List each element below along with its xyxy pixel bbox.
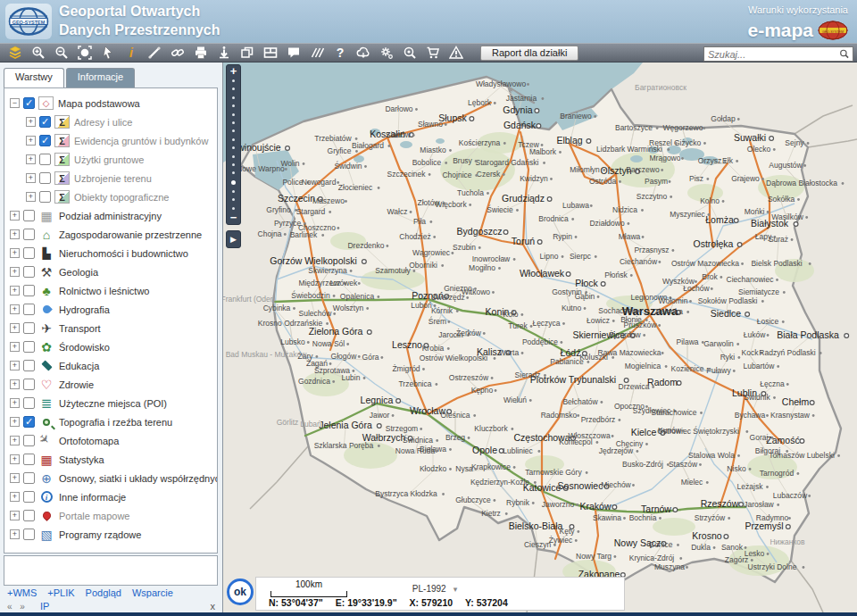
expand-toggle[interactable]: + bbox=[10, 529, 20, 539]
layer-checkbox[interactable] bbox=[23, 229, 35, 240]
ip-link[interactable]: IP bbox=[40, 601, 49, 612]
report-plot-button[interactable]: Raport dla działki bbox=[480, 46, 578, 61]
cart-icon[interactable] bbox=[421, 44, 445, 62]
zoom-level-dot[interactable] bbox=[232, 190, 235, 193]
expand-toggle[interactable]: + bbox=[10, 267, 20, 277]
layer-label[interactable]: Portale mapowe bbox=[59, 511, 130, 521]
layer-checkbox[interactable] bbox=[23, 529, 35, 540]
zoom-slider[interactable] bbox=[231, 78, 236, 212]
zoom-in-icon[interactable] bbox=[27, 44, 50, 62]
zoom-level-dot[interactable] bbox=[231, 180, 236, 185]
zoom-level-dot[interactable] bbox=[232, 104, 235, 107]
expand-toggle[interactable]: + bbox=[26, 117, 36, 127]
expand-toggle[interactable]: + bbox=[10, 492, 20, 502]
layer-checkbox[interactable] bbox=[23, 210, 35, 221]
search-area-icon[interactable] bbox=[398, 44, 421, 62]
expand-toggle[interactable]: + bbox=[10, 304, 20, 314]
download-icon[interactable] bbox=[212, 44, 236, 62]
zoom-level-dot[interactable] bbox=[232, 138, 235, 141]
plik-link[interactable]: +PLIK bbox=[47, 587, 74, 598]
warning-icon[interactable] bbox=[445, 44, 468, 62]
layer-checkbox[interactable] bbox=[23, 416, 35, 428]
zoom-level-dot[interactable] bbox=[232, 121, 235, 124]
terms-link[interactable]: Warunki wykorzystania bbox=[748, 4, 848, 15]
zoom-level-dot[interactable] bbox=[232, 113, 235, 116]
layer-label[interactable]: Transport bbox=[59, 323, 101, 334]
zoom-out-icon[interactable] bbox=[50, 44, 73, 62]
expand-toggle[interactable]: + bbox=[10, 361, 20, 370]
expand-toggle[interactable]: + bbox=[26, 154, 36, 164]
help-icon[interactable]: ? bbox=[329, 44, 352, 62]
print-icon[interactable] bbox=[189, 44, 212, 62]
ok-button[interactable]: ok bbox=[227, 579, 254, 605]
geo-system-logo[interactable]: GEO-SYSTEM bbox=[5, 4, 52, 39]
layer-checkbox[interactable] bbox=[39, 116, 51, 128]
layer-label[interactable]: Podział administracyjny bbox=[59, 211, 162, 221]
cloud-icon[interactable] bbox=[352, 44, 375, 62]
expand-toggle[interactable]: + bbox=[26, 173, 36, 183]
layer-label[interactable]: Zdrowie bbox=[59, 379, 94, 390]
zoom-level-dot[interactable] bbox=[232, 163, 235, 166]
settings-icon[interactable] bbox=[375, 44, 398, 62]
zoom-out-button[interactable]: − bbox=[230, 212, 237, 224]
wms-link[interactable]: +WMS bbox=[7, 587, 37, 598]
expand-toggle[interactable]: + bbox=[26, 136, 36, 146]
layer-label[interactable]: Geologia bbox=[59, 267, 98, 278]
select-area-icon[interactable] bbox=[73, 44, 96, 62]
layer-checkbox[interactable] bbox=[39, 154, 51, 165]
expand-toggle[interactable]: + bbox=[10, 417, 20, 427]
windows-icon[interactable] bbox=[236, 44, 259, 62]
expand-toggle[interactable]: + bbox=[10, 398, 20, 408]
layer-label[interactable]: Środowisko bbox=[59, 342, 110, 353]
measure-line-icon[interactable] bbox=[143, 44, 166, 62]
layer-checkbox[interactable] bbox=[23, 322, 35, 334]
layout-icon[interactable] bbox=[259, 44, 282, 62]
layer-label[interactable]: Uzbrojenie terenu bbox=[74, 173, 152, 184]
layer-label[interactable]: Edukacja bbox=[59, 361, 99, 371]
layer-label[interactable]: Mapa podstawowa bbox=[58, 98, 140, 109]
tab-warstwy[interactable]: Warstwy bbox=[4, 68, 64, 87]
cursor-icon[interactable] bbox=[96, 44, 120, 62]
zoom-in-button[interactable]: + bbox=[230, 65, 237, 78]
layer-checkbox[interactable] bbox=[39, 172, 51, 184]
expand-toggle[interactable]: + bbox=[10, 511, 20, 520]
layer-checkbox[interactable] bbox=[23, 397, 35, 409]
layer-label[interactable]: Inne informacje bbox=[59, 492, 126, 503]
zoom-level-dot[interactable] bbox=[232, 87, 235, 90]
measure-multi-icon[interactable] bbox=[305, 44, 329, 62]
expand-toggle[interactable]: + bbox=[10, 211, 20, 221]
expand-toggle[interactable]: + bbox=[10, 286, 20, 296]
search-input[interactable] bbox=[704, 49, 839, 60]
crs-selector[interactable]: PL-1992▾ bbox=[386, 584, 484, 594]
zoom-level-dot[interactable] bbox=[232, 155, 235, 158]
layer-checkbox[interactable] bbox=[23, 491, 35, 503]
close-panel-icon[interactable]: x bbox=[211, 601, 216, 612]
layer-checkbox[interactable] bbox=[23, 266, 35, 278]
expand-toggle[interactable]: + bbox=[10, 248, 20, 258]
zoom-level-dot[interactable] bbox=[232, 171, 235, 174]
zoom-level-dot[interactable] bbox=[232, 129, 235, 132]
expand-toggle[interactable]: + bbox=[10, 454, 20, 464]
podglad-link[interactable]: Podgląd bbox=[86, 587, 121, 598]
layers-icon[interactable] bbox=[4, 44, 27, 62]
layer-label[interactable]: Nieruchomości i budownictwo bbox=[59, 248, 188, 259]
link-icon[interactable] bbox=[166, 44, 189, 62]
layer-checkbox[interactable] bbox=[23, 435, 35, 446]
layer-checkbox[interactable] bbox=[23, 97, 35, 109]
layer-checkbox[interactable] bbox=[23, 247, 35, 259]
info-icon[interactable]: i bbox=[120, 44, 143, 62]
map-viewport[interactable]: WarszawaŚwinoujścieSzczecinKoszalinSłups… bbox=[223, 62, 857, 612]
layer-label[interactable]: Ewidencja gruntów i budynków bbox=[74, 136, 208, 146]
expand-toggle[interactable]: + bbox=[10, 229, 20, 239]
layer-label[interactable]: Osnowy, siatki i układy współrzędnych bbox=[59, 473, 218, 484]
search-icon[interactable] bbox=[839, 48, 850, 60]
wsparcie-link[interactable]: Wsparcie bbox=[132, 587, 173, 598]
layer-checkbox[interactable] bbox=[23, 454, 35, 465]
layer-checkbox[interactable] bbox=[23, 379, 35, 390]
callout-icon[interactable] bbox=[282, 44, 305, 62]
layer-label[interactable]: Ortofotomapa bbox=[59, 436, 119, 446]
expand-toggle[interactable]: − bbox=[10, 98, 20, 108]
zoom-level-dot[interactable] bbox=[232, 146, 235, 149]
layer-label[interactable]: Obiekty topograficzne bbox=[74, 192, 169, 203]
layer-label[interactable]: Zagospodarowanie przestrzenne bbox=[59, 229, 202, 240]
